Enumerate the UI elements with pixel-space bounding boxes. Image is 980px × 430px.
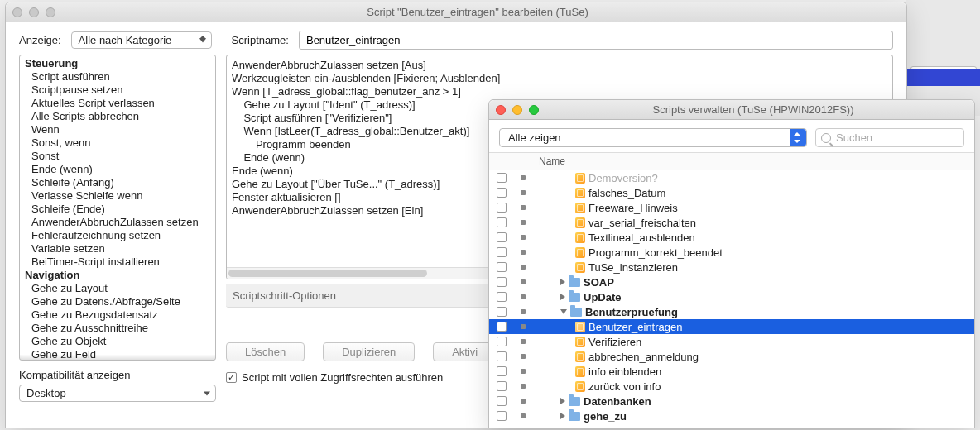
list-item[interactable]: Sonst, wenn — [20, 136, 215, 150]
list-item[interactable]: Steuerung — [20, 57, 215, 70]
script-row[interactable]: abbrechen_anmeldung — [489, 349, 974, 364]
row-checkbox[interactable] — [497, 188, 507, 198]
list-item[interactable]: Gehe zu Ausschnittreihe — [20, 322, 215, 335]
list-item[interactable]: Gehe zu Objekt — [20, 335, 215, 348]
duplicate-button[interactable]: Duplizieren — [323, 342, 415, 361]
list-item[interactable]: Ende (wenn) — [20, 163, 215, 176]
search-input[interactable]: Suchen — [815, 128, 964, 147]
list-item[interactable]: Gehe zu Datens./Abfrage/Seite — [20, 295, 215, 308]
drag-handle-icon[interactable] — [521, 369, 526, 374]
drag-handle-icon[interactable] — [521, 413, 526, 418]
drag-handle-icon[interactable] — [521, 205, 526, 210]
list-item[interactable]: Schleife (Ende) — [20, 203, 215, 216]
drag-handle-icon[interactable] — [521, 220, 526, 225]
folder-row[interactable]: UpDate — [489, 289, 974, 304]
folder-row[interactable]: Benutzerpruefung — [489, 304, 974, 319]
minimize-icon[interactable] — [512, 105, 522, 115]
maximize-icon[interactable] — [529, 105, 539, 115]
drag-handle-icon[interactable] — [521, 280, 526, 284]
row-checkbox[interactable] — [497, 203, 507, 213]
delete-button[interactable]: Löschen — [226, 342, 305, 361]
row-checkbox[interactable] — [497, 247, 507, 257]
close-icon[interactable] — [496, 105, 506, 115]
row-checkbox[interactable] — [497, 366, 507, 376]
script-row[interactable]: TuSe_instanzieren — [489, 260, 974, 275]
drag-handle-icon[interactable] — [521, 354, 526, 359]
list-item[interactable]: Aktuelles Script verlassen — [20, 97, 215, 110]
row-checkbox[interactable] — [497, 396, 507, 406]
script-row[interactable]: zurück von info — [489, 379, 974, 394]
drag-handle-icon[interactable] — [521, 324, 526, 329]
chevron-right-icon[interactable] — [560, 398, 565, 404]
folder-row[interactable]: Datenbanken — [489, 394, 974, 408]
drag-handle-icon[interactable] — [521, 294, 526, 299]
row-checkbox[interactable] — [497, 337, 507, 346]
list-item[interactable]: Verlasse Schleife wenn — [20, 189, 215, 203]
maximize-icon[interactable] — [46, 7, 55, 17]
row-checkbox[interactable] — [497, 232, 507, 242]
script-row[interactable]: Benutzer_eintragen — [489, 319, 974, 334]
scriptname-input[interactable] — [299, 31, 893, 50]
list-item[interactable]: Gehe zu Feld — [20, 348, 215, 361]
script-row[interactable]: Freeware_Hinweis — [489, 200, 974, 215]
script-row[interactable]: Demoversion? — [489, 170, 974, 185]
activate-button[interactable]: Aktivi — [433, 342, 497, 361]
script-line[interactable]: AnwenderAbbruchZulassen setzen [Aus] — [232, 59, 887, 72]
list-item[interactable]: Gehe zu Bezugsdatensatz — [20, 308, 215, 322]
row-checkbox[interactable] — [497, 411, 507, 421]
row-checkbox[interactable] — [497, 381, 507, 391]
list-item[interactable]: Wenn — [20, 123, 215, 136]
row-checkbox[interactable] — [497, 292, 507, 302]
drag-handle-icon[interactable] — [521, 399, 526, 404]
chevron-right-icon[interactable] — [560, 294, 565, 300]
script-line[interactable]: Wenn [T_adress_global::flag_benutzer_anz… — [232, 85, 887, 98]
list-item[interactable]: Scriptpause setzen — [20, 84, 215, 97]
full-access-checkbox[interactable] — [226, 372, 237, 383]
row-checkbox[interactable] — [497, 173, 507, 183]
row-checkbox[interactable] — [497, 262, 507, 272]
drag-handle-icon[interactable] — [521, 339, 526, 344]
list-item[interactable]: Script ausführen — [20, 70, 215, 84]
drag-handle-icon[interactable] — [521, 265, 526, 270]
drag-handle-icon[interactable] — [521, 309, 526, 314]
drag-handle-icon[interactable] — [521, 190, 526, 195]
filter-select[interactable]: Alle zeigen — [499, 128, 807, 147]
list-item[interactable]: BeiTimer-Script installieren — [20, 256, 215, 269]
compat-select[interactable]: Desktop — [19, 385, 216, 402]
list-item[interactable]: Alle Scripts abbrechen — [20, 110, 215, 123]
row-checkbox[interactable] — [497, 217, 507, 227]
row-checkbox[interactable] — [497, 277, 507, 287]
list-item[interactable]: Navigation — [20, 269, 215, 282]
folder-row[interactable]: SOAP — [489, 275, 974, 289]
minimize-icon[interactable] — [29, 7, 39, 17]
close-icon[interactable] — [12, 7, 22, 17]
list-item[interactable]: Gehe zu Layout — [20, 282, 215, 295]
script-row[interactable]: Verifizieren — [489, 334, 974, 349]
drag-handle-icon[interactable] — [521, 235, 526, 240]
list-item[interactable]: Schleife (Anfang) — [20, 176, 215, 189]
script-line[interactable]: Werkzeugleisten ein-/ausblenden [Fixiere… — [232, 72, 887, 85]
column-name-header[interactable]: Name — [532, 153, 974, 170]
row-checkbox[interactable] — [497, 351, 507, 361]
chevron-right-icon[interactable] — [560, 413, 565, 419]
folder-row[interactable]: gehe_zu — [489, 408, 974, 423]
drag-handle-icon[interactable] — [521, 384, 526, 389]
script-row[interactable]: Programm_korrekt_beendet — [489, 245, 974, 260]
scripts-tree[interactable]: Demoversion?falsches_DatumFreeware_Hinwe… — [489, 170, 974, 428]
script-row[interactable]: falsches_Datum — [489, 185, 974, 200]
list-item[interactable]: Sonst — [20, 150, 215, 163]
script-steps-list[interactable]: SteuerungScript ausführenScriptpause set… — [19, 55, 216, 361]
anzeige-select[interactable]: Alle nach Kategorie — [71, 31, 212, 49]
row-checkbox[interactable] — [497, 307, 507, 317]
row-checkbox[interactable] — [497, 322, 507, 332]
drag-handle-icon[interactable] — [521, 250, 526, 255]
list-item[interactable]: Fehleraufzeichnung setzen — [20, 229, 215, 242]
drag-handle-icon[interactable] — [521, 175, 526, 180]
list-item[interactable]: Variable setzen — [20, 242, 215, 256]
chevron-right-icon[interactable] — [560, 279, 565, 285]
script-row[interactable]: var_serial_freischalten — [489, 215, 974, 230]
chevron-down-icon[interactable] — [560, 309, 567, 314]
script-row[interactable]: info einblenden — [489, 364, 974, 379]
list-item[interactable]: AnwenderAbbruchZulassen setzen — [20, 216, 215, 229]
script-row[interactable]: Textlineal_ausblenden — [489, 230, 974, 245]
